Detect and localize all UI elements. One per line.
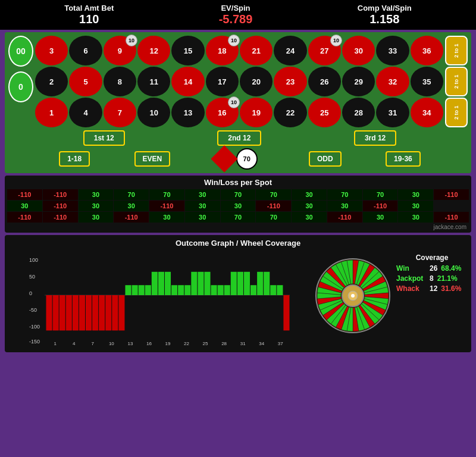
number-cell-36[interactable]: 36	[411, 36, 443, 65]
red-diamond	[211, 145, 237, 172]
third-dozen[interactable]: 3rd 12	[354, 130, 396, 146]
svg-rect-12	[79, 295, 85, 330]
bet-odd[interactable]: ODD	[309, 151, 342, 167]
number-cell-31[interactable]: 31	[376, 98, 409, 127]
svg-rect-10	[66, 295, 72, 330]
number-cell-11[interactable]: 11	[137, 67, 170, 96]
two-to-one-bot[interactable]: 2 to 1	[445, 98, 468, 127]
number-cell-34[interactable]: 34	[411, 98, 443, 127]
svg-text:-100: -100	[29, 324, 40, 330]
number-cell-32[interactable]: 32	[376, 67, 409, 96]
number-cell-6[interactable]: 6	[69, 36, 102, 65]
svg-text:-150: -150	[29, 339, 40, 345]
double-zero[interactable]: 00	[8, 36, 33, 67]
svg-rect-9	[60, 295, 65, 330]
dozens-row: 1st 12 2nd 12 3rd 12	[8, 130, 468, 146]
svg-rect-22	[145, 285, 151, 295]
single-zero[interactable]: 0	[8, 71, 33, 102]
wl-cell: -110	[256, 201, 291, 211]
number-cell-3[interactable]: 3	[35, 36, 68, 65]
number-cell-28[interactable]: 28	[342, 98, 375, 127]
svg-rect-28	[184, 285, 190, 295]
svg-rect-16	[105, 295, 111, 330]
wl-cell: 30	[292, 189, 327, 200]
number-cell-27[interactable]: 27	[308, 36, 341, 65]
first-dozen[interactable]: 1st 12	[83, 130, 125, 146]
bet-19-36[interactable]: 19-36	[386, 151, 421, 167]
roulette-wheel	[314, 257, 392, 334]
bet-even[interactable]: EVEN	[134, 151, 171, 167]
roulette-table: 00 0 36912151821242730333625811141720232…	[5, 32, 471, 173]
even-money-row: 1-18 EVEN 70 ODD 19-36	[8, 148, 468, 170]
svg-point-60	[351, 294, 355, 298]
whack-pct: 31.6%	[441, 284, 461, 293]
bet-1-18[interactable]: 1-18	[59, 151, 90, 167]
number-cell-17[interactable]: 17	[206, 67, 239, 96]
number-cell-5[interactable]: 5	[69, 67, 102, 96]
number-cell-22[interactable]: 22	[274, 98, 306, 127]
two-to-one-top[interactable]: 2 to 1	[445, 36, 468, 65]
svg-text:100: 100	[29, 257, 38, 263]
number-cell-14[interactable]: 14	[171, 67, 204, 96]
number-cell-29[interactable]: 29	[342, 67, 375, 96]
number-cell-12[interactable]: 12	[137, 36, 170, 65]
two-to-one-mid[interactable]: 2 to 1	[445, 67, 468, 96]
number-cell-21[interactable]: 21	[240, 36, 273, 65]
number-cell-1[interactable]: 1	[35, 98, 68, 127]
wl-cell: 70	[256, 212, 291, 223]
number-cell-4[interactable]: 4	[69, 98, 102, 127]
wl-cell: 30	[327, 201, 362, 211]
jackpot-row: Jackpot 8 21.1%	[396, 274, 468, 283]
wl-cell: -110	[114, 212, 149, 223]
main-grid: 00 0 36912151821242730333625811141720232…	[8, 36, 468, 127]
number-cell-33[interactable]: 33	[376, 36, 409, 65]
svg-text:0: 0	[29, 290, 32, 296]
bar-chart: 100 50 0 -50 -100 -150 14710131619222528…	[8, 251, 309, 346]
svg-rect-19	[125, 285, 131, 295]
wl-cell: 30	[185, 201, 220, 211]
number-cell-13[interactable]: 13	[171, 98, 204, 127]
number-cell-24[interactable]: 24	[274, 36, 306, 65]
second-dozen[interactable]: 2nd 12	[217, 130, 261, 146]
number-cell-8[interactable]: 8	[104, 67, 136, 96]
svg-rect-15	[99, 295, 105, 330]
winloss-section: Win/Loss per Spot -110-11030707030707030…	[5, 176, 471, 233]
number-cell-2[interactable]: 2	[35, 67, 68, 96]
number-cell-20[interactable]: 20	[240, 67, 273, 96]
svg-rect-24	[158, 272, 164, 295]
svg-rect-27	[178, 285, 184, 295]
svg-rect-14	[92, 295, 98, 330]
wl-cell: 70	[256, 189, 291, 200]
ev-spin-label: EV/Spin	[219, 4, 253, 12]
total-amt-bet-section: Total Amt Bet 110	[64, 4, 114, 26]
two-to-one-column: 2 to 1 2 to 1 2 to 1	[445, 36, 468, 127]
svg-rect-7	[46, 295, 52, 330]
number-cell-19[interactable]: 19	[240, 98, 273, 127]
wl-cell: 30	[398, 212, 433, 223]
number-cell-18[interactable]: 18	[206, 36, 239, 65]
number-cell-16[interactable]: 16	[206, 98, 239, 127]
svg-rect-36	[237, 272, 243, 295]
number-cell-23[interactable]: 23	[274, 67, 306, 96]
number-cell-9[interactable]: 9	[104, 36, 136, 65]
svg-rect-38	[250, 285, 256, 295]
diamond-wrap: 70	[215, 148, 265, 170]
svg-rect-18	[118, 295, 124, 330]
number-cell-25[interactable]: 25	[308, 98, 341, 127]
number-cell-30[interactable]: 30	[342, 36, 375, 65]
svg-rect-30	[198, 272, 203, 295]
svg-text:19: 19	[165, 341, 171, 346]
comp-val-label: Comp Val/Spin	[358, 4, 412, 12]
chart-area: 100 50 0 -50 -100 -150 14710131619222528…	[8, 251, 309, 349]
number-cell-35[interactable]: 35	[411, 67, 443, 96]
svg-text:34: 34	[259, 341, 264, 346]
number-cell-15[interactable]: 15	[171, 36, 204, 65]
jackpot-label: Jackpot	[396, 274, 426, 283]
wl-cell: -110	[43, 201, 78, 211]
number-cell-10[interactable]: 10	[137, 98, 170, 127]
svg-rect-31	[204, 272, 210, 295]
wl-cell: -110	[43, 189, 78, 200]
number-cell-7[interactable]: 7	[104, 98, 136, 127]
ev-spin-section: EV/Spin -5.789	[219, 4, 253, 26]
number-cell-26[interactable]: 26	[308, 67, 341, 96]
